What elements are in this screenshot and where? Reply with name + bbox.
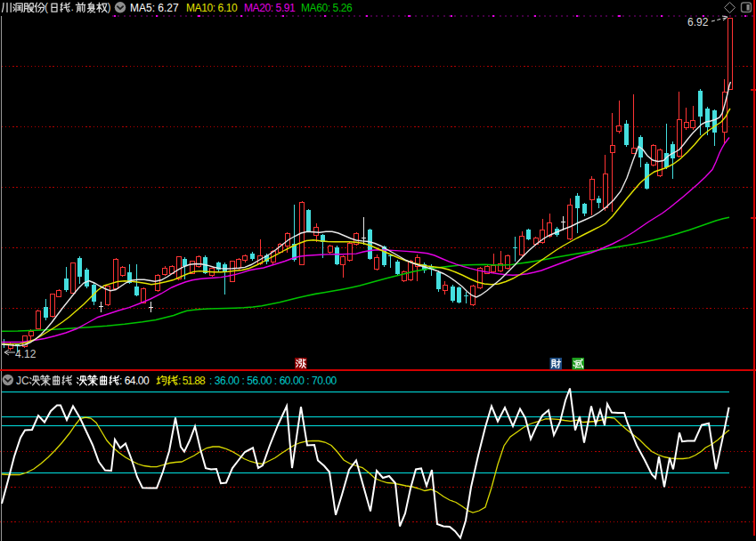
svg-text:6.92: 6.92 xyxy=(687,16,709,28)
svg-text:4.12: 4.12 xyxy=(15,348,37,360)
